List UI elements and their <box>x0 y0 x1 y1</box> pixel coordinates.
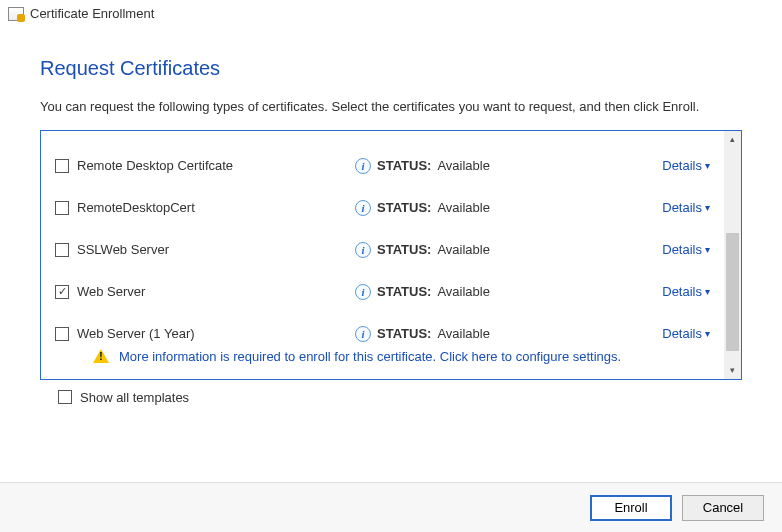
enroll-button[interactable]: Enroll <box>590 495 672 521</box>
certificate-row[interactable]: Remote Desktop Certifcate i STATUS: Avai… <box>41 145 724 187</box>
status-value: Available <box>437 284 490 299</box>
status-label: STATUS: <box>377 200 431 215</box>
checkbox-icon[interactable]: ✓ <box>55 285 69 299</box>
status-label: STATUS: <box>377 158 431 173</box>
details-label: Details <box>662 284 702 299</box>
status-label: STATUS: <box>377 326 431 341</box>
warning-link[interactable]: More information is required to enroll f… <box>119 349 621 364</box>
status-value: Available <box>437 242 490 257</box>
chevron-down-icon: ▾ <box>705 328 710 339</box>
cert-name: Remote Desktop Certifcate <box>77 158 233 173</box>
chevron-down-icon: ▾ <box>705 244 710 255</box>
page-description: You can request the following types of c… <box>40 98 742 116</box>
status-value: Available <box>437 326 490 341</box>
details-toggle[interactable]: Details ▾ <box>638 158 710 173</box>
cert-name: Web Server (1 Year) <box>77 326 195 341</box>
checkbox-icon[interactable] <box>55 327 69 341</box>
show-all-templates[interactable]: Show all templates <box>58 390 742 405</box>
info-icon: i <box>355 242 371 258</box>
show-all-label: Show all templates <box>80 390 189 405</box>
cert-name: Web Server <box>77 284 145 299</box>
scrollbar[interactable]: ▴ ▾ <box>724 131 741 379</box>
details-label: Details <box>662 326 702 341</box>
window-title: Certificate Enrollment <box>30 6 154 21</box>
details-toggle[interactable]: Details ▾ <box>638 284 710 299</box>
titlebar: Certificate Enrollment <box>0 0 782 27</box>
status-value: Available <box>437 200 490 215</box>
certificate-list: Remote Desktop Certifcate i STATUS: Avai… <box>41 131 724 379</box>
info-icon: i <box>355 158 371 174</box>
info-icon: i <box>355 326 371 342</box>
certificate-row[interactable]: SSLWeb Server i STATUS: Available Detail… <box>41 229 724 271</box>
scroll-thumb[interactable] <box>726 233 739 351</box>
details-label: Details <box>662 158 702 173</box>
details-toggle[interactable]: Details ▾ <box>638 326 710 341</box>
certificate-row[interactable]: ✓ Web Server i STATUS: Available Details… <box>41 271 724 313</box>
checkbox-icon[interactable] <box>55 159 69 173</box>
scroll-up-icon[interactable]: ▴ <box>724 131 741 148</box>
footer-bar: Enroll Cancel <box>0 482 782 532</box>
checkbox-icon[interactable] <box>55 201 69 215</box>
details-toggle[interactable]: Details ▾ <box>638 242 710 257</box>
chevron-down-icon: ▾ <box>705 202 710 213</box>
checkbox-icon[interactable] <box>55 243 69 257</box>
warning-row: More information is required to enroll f… <box>41 349 724 370</box>
page-heading: Request Certificates <box>40 57 742 80</box>
details-label: Details <box>662 200 702 215</box>
checkbox-icon[interactable] <box>58 390 72 404</box>
details-label: Details <box>662 242 702 257</box>
cert-name: SSLWeb Server <box>77 242 169 257</box>
status-label: STATUS: <box>377 242 431 257</box>
content-area: Request Certificates You can request the… <box>0 27 782 405</box>
cert-enroll-icon <box>8 7 24 21</box>
chevron-down-icon: ▾ <box>705 286 710 297</box>
warning-icon <box>93 349 109 363</box>
certificate-list-container: Remote Desktop Certifcate i STATUS: Avai… <box>40 130 742 380</box>
status-label: STATUS: <box>377 284 431 299</box>
details-toggle[interactable]: Details ▾ <box>638 200 710 215</box>
cert-name: RemoteDesktopCert <box>77 200 195 215</box>
info-icon: i <box>355 200 371 216</box>
cancel-button[interactable]: Cancel <box>682 495 764 521</box>
certificate-row[interactable]: RemoteDesktopCert i STATUS: Available De… <box>41 187 724 229</box>
info-icon: i <box>355 284 371 300</box>
scroll-track[interactable] <box>724 148 741 362</box>
chevron-down-icon: ▾ <box>705 160 710 171</box>
status-value: Available <box>437 158 490 173</box>
scroll-down-icon[interactable]: ▾ <box>724 362 741 379</box>
